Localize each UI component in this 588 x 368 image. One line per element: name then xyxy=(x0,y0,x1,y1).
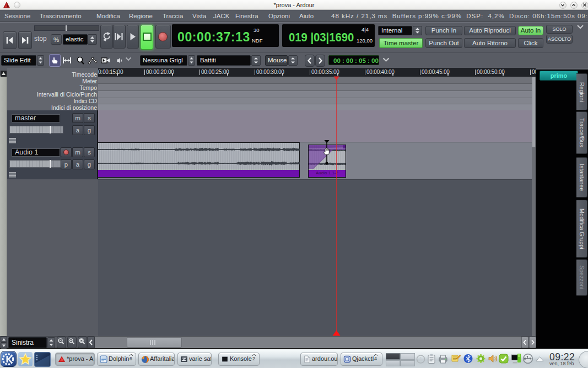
svg-text:1: 1 xyxy=(419,356,423,362)
